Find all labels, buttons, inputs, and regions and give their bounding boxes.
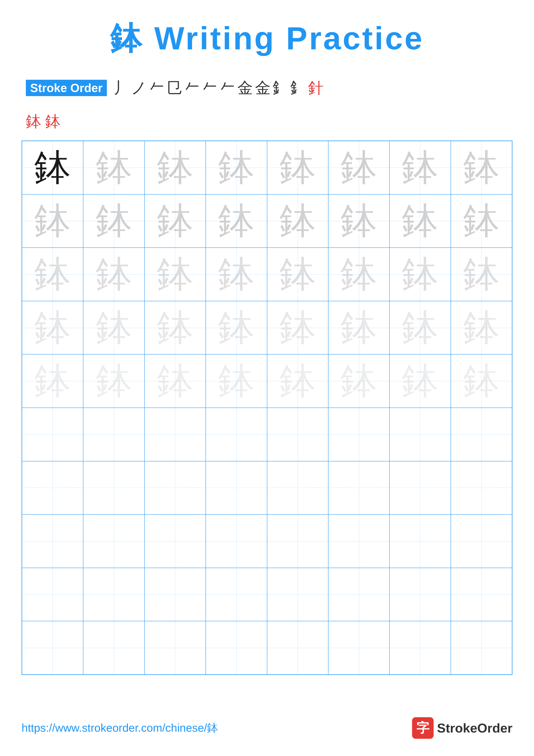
grid-cell-r9c1[interactable] — [22, 568, 83, 621]
grid-cell-r7c7[interactable] — [390, 461, 451, 515]
grid-cell-r1c5: 鉢 — [267, 141, 328, 194]
writing-grid: 鉢 鉢 鉢 鉢 鉢 鉢 鉢 鉢 鉢 鉢 鉢 — [21, 141, 513, 675]
grid-cell-r5c1: 鉢 — [22, 354, 83, 408]
grid-cell-r5c8: 鉢 — [451, 354, 512, 408]
grid-cell-r5c2: 鉢 — [83, 354, 144, 408]
grid-cell-r2c6: 鉢 — [328, 194, 390, 248]
char-r2c2: 鉢 — [96, 202, 132, 239]
char-r4c2: 鉢 — [96, 310, 132, 346]
stroke-2: ノ — [131, 78, 147, 98]
grid-cell-r5c4: 鉢 — [206, 354, 267, 408]
grid-cell-r10c7[interactable] — [390, 621, 451, 675]
grid-cell-r4c7: 鉢 — [390, 301, 451, 355]
char-r4c6: 鉢 — [341, 310, 377, 346]
char-r2c6: 鉢 — [341, 202, 377, 239]
grid-cell-r9c2[interactable] — [83, 568, 144, 621]
grid-cell-r2c1: 鉢 — [22, 194, 83, 248]
footer-url[interactable]: https://www.strokeorder.com/chinese/鉢 — [21, 720, 218, 736]
grid-cell-r3c3: 鉢 — [144, 248, 206, 301]
grid-cell-r10c2[interactable] — [83, 621, 144, 675]
stroke-3: 𠂉 — [149, 79, 165, 97]
char-r3c6: 鉢 — [341, 256, 377, 293]
grid-cell-r10c1[interactable] — [22, 621, 83, 675]
grid-cell-r6c1[interactable] — [22, 408, 83, 461]
grid-cell-r6c7[interactable] — [390, 408, 451, 461]
stroke-10: 釒 — [273, 78, 288, 98]
grid-cell-r7c6[interactable] — [328, 461, 390, 515]
char-r3c2: 鉢 — [96, 256, 132, 293]
grid-cell-r7c5[interactable] — [267, 461, 328, 515]
grid-cell-r4c4: 鉢 — [206, 301, 267, 355]
grid-cell-r5c5: 鉢 — [267, 354, 328, 408]
char-r1c4: 鉢 — [218, 149, 255, 186]
grid-cell-r10c8[interactable] — [451, 621, 512, 675]
char-r3c5: 鉢 — [279, 256, 316, 293]
title-text: Writing Practice — [144, 20, 424, 56]
grid-cell-r5c6: 鉢 — [328, 354, 390, 408]
char-r4c8: 鉢 — [463, 310, 500, 346]
grid-cell-r5c7: 鉢 — [390, 354, 451, 408]
grid-cell-r3c1: 鉢 — [22, 248, 83, 301]
grid-cell-r7c1[interactable] — [22, 461, 83, 515]
grid-cell-r2c3: 鉢 — [144, 194, 206, 248]
grid-cell-r10c6[interactable] — [328, 621, 390, 675]
char-r5c2: 鉢 — [96, 363, 132, 399]
grid-cell-r9c6[interactable] — [328, 568, 390, 621]
grid-cell-r2c8: 鉢 — [451, 194, 512, 248]
char-r4c3: 鉢 — [157, 310, 193, 346]
char-r2c1: 鉢 — [34, 202, 71, 239]
grid-cell-r9c8[interactable] — [451, 568, 512, 621]
footer-logo: 字 StrokeOrder — [412, 717, 513, 739]
grid-cell-r1c1: 鉢 — [22, 141, 83, 194]
grid-cell-r4c6: 鉢 — [328, 301, 390, 355]
grid-cell-r6c5[interactable] — [267, 408, 328, 461]
grid-cell-r4c8: 鉢 — [451, 301, 512, 355]
grid-cell-r6c2[interactable] — [83, 408, 144, 461]
grid-cell-r7c8[interactable] — [451, 461, 512, 515]
grid-cell-r7c3[interactable] — [144, 461, 206, 515]
char-r1c1: 鉢 — [34, 149, 71, 186]
grid-cell-r8c6[interactable] — [328, 514, 390, 568]
grid-cell-r8c1[interactable] — [22, 514, 83, 568]
logo-icon: 字 — [412, 717, 434, 739]
grid-cell-r8c3[interactable] — [144, 514, 206, 568]
grid-cell-r9c7[interactable] — [390, 568, 451, 621]
grid-cell-r9c4[interactable] — [206, 568, 267, 621]
grid-cell-r7c4[interactable] — [206, 461, 267, 515]
char-r1c2: 鉢 — [96, 149, 132, 186]
footer: https://www.strokeorder.com/chinese/鉢 字 … — [21, 717, 513, 739]
grid-cell-r7c2[interactable] — [83, 461, 144, 515]
logo-text: StrokeOrder — [437, 721, 513, 736]
grid-cell-r8c5[interactable] — [267, 514, 328, 568]
stroke-14: 鉢 — [45, 111, 61, 132]
grid-cell-r10c3[interactable] — [144, 621, 206, 675]
grid-cell-r4c3: 鉢 — [144, 301, 206, 355]
stroke-4: 㔾 — [167, 78, 182, 98]
char-r3c1: 鉢 — [34, 256, 71, 293]
grid-cell-r9c3[interactable] — [144, 568, 206, 621]
grid-cell-r8c4[interactable] — [206, 514, 267, 568]
char-r3c3: 鉢 — [157, 256, 193, 293]
grid-cell-r9c5[interactable] — [267, 568, 328, 621]
char-r1c3: 鉢 — [157, 149, 193, 186]
grid-cell-r6c6[interactable] — [328, 408, 390, 461]
grid-cell-r8c2[interactable] — [83, 514, 144, 568]
char-r5c6: 鉢 — [341, 363, 377, 399]
grid-cell-r6c3[interactable] — [144, 408, 206, 461]
grid-cell-r10c5[interactable] — [267, 621, 328, 675]
grid-cell-r6c4[interactable] — [206, 408, 267, 461]
grid-cell-r8c7[interactable] — [390, 514, 451, 568]
stroke-6: 𠂉 — [202, 79, 217, 97]
stroke-8: 金 — [237, 78, 253, 98]
grid-cell-r10c4[interactable] — [206, 621, 267, 675]
char-r5c5: 鉢 — [279, 363, 316, 399]
grid-cell-r6c8[interactable] — [451, 408, 512, 461]
grid-cell-r2c7: 鉢 — [390, 194, 451, 248]
char-r1c6: 鉢 — [341, 149, 377, 186]
char-r1c5: 鉢 — [279, 149, 316, 186]
stroke-12: 針 — [308, 78, 323, 98]
grid-cell-r1c2: 鉢 — [83, 141, 144, 194]
grid-cell-r8c8[interactable] — [451, 514, 512, 568]
grid-cell-r3c4: 鉢 — [206, 248, 267, 301]
grid-cell-r3c6: 鉢 — [328, 248, 390, 301]
